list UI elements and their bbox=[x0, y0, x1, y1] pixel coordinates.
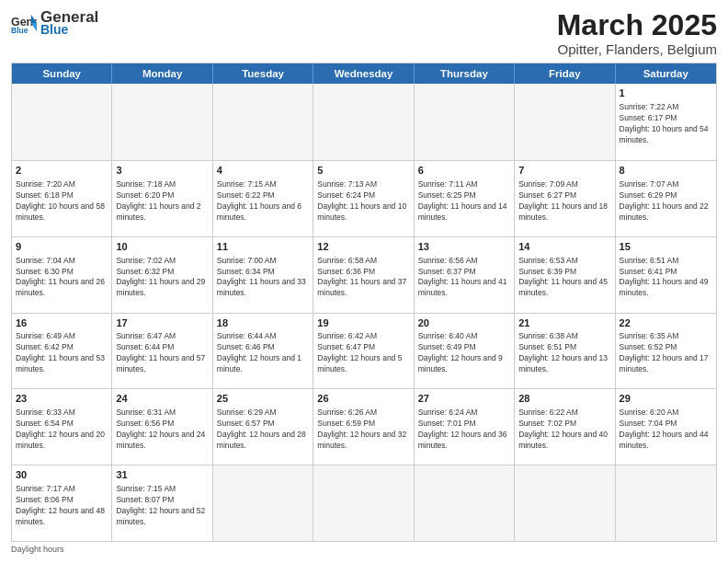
footer-note: Daylight hours bbox=[11, 545, 717, 554]
day-number: 12 bbox=[317, 240, 409, 254]
cell-info: Sunrise: 7:02 AM Sunset: 6:32 PM Dayligh… bbox=[116, 256, 208, 300]
empty-cell bbox=[515, 465, 615, 541]
day-number: 8 bbox=[620, 164, 712, 178]
day-number: 3 bbox=[116, 164, 208, 178]
day-number: 6 bbox=[418, 164, 510, 178]
cell-info: Sunrise: 6:53 AM Sunset: 6:39 PM Dayligh… bbox=[518, 256, 610, 300]
header-day-wednesday: Wednesday bbox=[313, 63, 414, 84]
cell-info: Sunrise: 6:49 AM Sunset: 6:42 PM Dayligh… bbox=[16, 331, 108, 375]
cell-info: Sunrise: 6:42 AM Sunset: 6:47 PM Dayligh… bbox=[317, 331, 409, 375]
header: General Blue General Blue March 2025 Opi… bbox=[11, 9, 717, 57]
day-cell-26: 26Sunrise: 6:26 AM Sunset: 6:59 PM Dayli… bbox=[313, 389, 414, 465]
day-cell-1: 1Sunrise: 7:22 AM Sunset: 6:17 PM Daylig… bbox=[616, 84, 716, 160]
day-cell-6: 6Sunrise: 7:11 AM Sunset: 6:25 PM Daylig… bbox=[415, 161, 515, 236]
day-number: 24 bbox=[116, 392, 208, 406]
title-block: March 2025 Opitter, Flanders, Belgium bbox=[557, 9, 717, 57]
day-cell-24: 24Sunrise: 6:31 AM Sunset: 6:56 PM Dayli… bbox=[112, 389, 212, 465]
day-cell-10: 10Sunrise: 7:02 AM Sunset: 6:32 PM Dayli… bbox=[112, 237, 212, 313]
day-cell-15: 15Sunrise: 6:51 AM Sunset: 6:41 PM Dayli… bbox=[616, 237, 716, 313]
cell-info: Sunrise: 6:31 AM Sunset: 6:56 PM Dayligh… bbox=[116, 408, 208, 452]
cell-info: Sunrise: 7:11 AM Sunset: 6:25 PM Dayligh… bbox=[418, 179, 510, 224]
cell-info: Sunrise: 7:20 AM Sunset: 6:18 PM Dayligh… bbox=[16, 179, 108, 224]
day-cell-11: 11Sunrise: 7:00 AM Sunset: 6:34 PM Dayli… bbox=[213, 237, 313, 313]
empty-cell bbox=[313, 465, 414, 541]
day-number: 23 bbox=[16, 392, 108, 406]
day-cell-22: 22Sunrise: 6:35 AM Sunset: 6:52 PM Dayli… bbox=[616, 314, 716, 389]
day-number: 11 bbox=[217, 240, 309, 254]
cell-info: Sunrise: 6:56 AM Sunset: 6:37 PM Dayligh… bbox=[418, 256, 510, 300]
day-cell-31: 31Sunrise: 7:15 AM Sunset: 8:07 PM Dayli… bbox=[112, 465, 212, 541]
cell-info: Sunrise: 6:44 AM Sunset: 6:46 PM Dayligh… bbox=[217, 331, 309, 375]
day-number: 20 bbox=[418, 316, 510, 330]
day-cell-8: 8Sunrise: 7:07 AM Sunset: 6:29 PM Daylig… bbox=[616, 161, 716, 236]
cell-info: Sunrise: 6:26 AM Sunset: 6:59 PM Dayligh… bbox=[317, 408, 409, 452]
day-number: 1 bbox=[620, 86, 712, 100]
empty-cell bbox=[112, 84, 212, 160]
day-number: 4 bbox=[217, 164, 309, 178]
svg-text:Blue: Blue bbox=[11, 25, 28, 32]
empty-cell bbox=[213, 84, 313, 160]
day-number: 26 bbox=[317, 392, 409, 406]
day-number: 10 bbox=[116, 240, 208, 254]
day-number: 21 bbox=[518, 316, 610, 330]
cell-info: Sunrise: 6:40 AM Sunset: 6:49 PM Dayligh… bbox=[418, 331, 510, 375]
calendar-row-4: 23Sunrise: 6:33 AM Sunset: 6:54 PM Dayli… bbox=[12, 388, 716, 465]
header-day-friday: Friday bbox=[515, 63, 615, 84]
day-number: 22 bbox=[620, 316, 712, 330]
empty-cell bbox=[12, 84, 112, 160]
cell-info: Sunrise: 7:09 AM Sunset: 6:27 PM Dayligh… bbox=[518, 179, 610, 224]
logo: General Blue General Blue bbox=[11, 9, 98, 36]
cell-info: Sunrise: 6:51 AM Sunset: 6:41 PM Dayligh… bbox=[620, 256, 712, 300]
day-cell-13: 13Sunrise: 6:56 AM Sunset: 6:37 PM Dayli… bbox=[415, 237, 515, 313]
day-cell-5: 5Sunrise: 7:13 AM Sunset: 6:24 PM Daylig… bbox=[313, 161, 414, 236]
day-number: 28 bbox=[518, 392, 610, 406]
cell-info: Sunrise: 7:13 AM Sunset: 6:24 PM Dayligh… bbox=[317, 179, 409, 224]
day-cell-16: 16Sunrise: 6:49 AM Sunset: 6:42 PM Dayli… bbox=[12, 314, 112, 389]
cell-info: Sunrise: 6:35 AM Sunset: 6:52 PM Dayligh… bbox=[620, 331, 712, 375]
cell-info: Sunrise: 6:47 AM Sunset: 6:44 PM Dayligh… bbox=[116, 331, 208, 375]
empty-cell bbox=[313, 84, 414, 160]
logo-blue: Blue bbox=[40, 23, 98, 36]
header-day-sunday: Sunday bbox=[12, 63, 112, 84]
month-title: March 2025 bbox=[557, 9, 717, 41]
empty-cell bbox=[213, 465, 313, 541]
day-cell-25: 25Sunrise: 6:29 AM Sunset: 6:57 PM Dayli… bbox=[213, 389, 313, 465]
day-number: 18 bbox=[217, 316, 309, 330]
empty-cell bbox=[415, 84, 515, 160]
cell-info: Sunrise: 6:24 AM Sunset: 7:01 PM Dayligh… bbox=[418, 408, 510, 452]
day-cell-7: 7Sunrise: 7:09 AM Sunset: 6:27 PM Daylig… bbox=[515, 161, 615, 236]
day-cell-14: 14Sunrise: 6:53 AM Sunset: 6:39 PM Dayli… bbox=[515, 237, 615, 313]
day-cell-3: 3Sunrise: 7:18 AM Sunset: 6:20 PM Daylig… bbox=[112, 161, 212, 236]
cell-info: Sunrise: 7:04 AM Sunset: 6:30 PM Dayligh… bbox=[16, 256, 108, 300]
cell-info: Sunrise: 6:33 AM Sunset: 6:54 PM Dayligh… bbox=[16, 408, 108, 452]
cell-info: Sunrise: 7:18 AM Sunset: 6:20 PM Dayligh… bbox=[116, 179, 208, 224]
empty-cell bbox=[415, 465, 515, 541]
calendar-row-5: 30Sunrise: 7:17 AM Sunset: 8:06 PM Dayli… bbox=[12, 465, 716, 541]
cell-info: Sunrise: 6:22 AM Sunset: 7:02 PM Dayligh… bbox=[518, 408, 610, 452]
calendar-header: SundayMondayTuesdayWednesdayThursdayFrid… bbox=[12, 63, 716, 84]
day-number: 16 bbox=[16, 316, 108, 330]
cell-info: Sunrise: 7:15 AM Sunset: 8:07 PM Dayligh… bbox=[116, 484, 208, 528]
cell-info: Sunrise: 7:22 AM Sunset: 6:17 PM Dayligh… bbox=[620, 102, 712, 146]
day-number: 27 bbox=[418, 392, 510, 406]
day-number: 15 bbox=[620, 240, 712, 254]
day-cell-12: 12Sunrise: 6:58 AM Sunset: 6:36 PM Dayli… bbox=[313, 237, 414, 313]
cell-info: Sunrise: 6:58 AM Sunset: 6:36 PM Dayligh… bbox=[317, 256, 409, 300]
day-cell-21: 21Sunrise: 6:38 AM Sunset: 6:51 PM Dayli… bbox=[515, 314, 615, 389]
day-number: 17 bbox=[116, 316, 208, 330]
cell-info: Sunrise: 6:29 AM Sunset: 6:57 PM Dayligh… bbox=[217, 408, 309, 452]
header-day-monday: Monday bbox=[112, 63, 212, 84]
day-cell-20: 20Sunrise: 6:40 AM Sunset: 6:49 PM Dayli… bbox=[415, 314, 515, 389]
day-number: 7 bbox=[518, 164, 610, 178]
day-cell-17: 17Sunrise: 6:47 AM Sunset: 6:44 PM Dayli… bbox=[112, 314, 212, 389]
day-number: 2 bbox=[16, 164, 108, 178]
calendar: SundayMondayTuesdayWednesdayThursdayFrid… bbox=[11, 63, 717, 542]
day-number: 31 bbox=[116, 468, 208, 482]
cell-info: Sunrise: 7:07 AM Sunset: 6:29 PM Dayligh… bbox=[620, 179, 712, 224]
location-title: Opitter, Flanders, Belgium bbox=[557, 41, 717, 57]
day-cell-19: 19Sunrise: 6:42 AM Sunset: 6:47 PM Dayli… bbox=[313, 314, 414, 389]
day-number: 5 bbox=[317, 164, 409, 178]
day-cell-27: 27Sunrise: 6:24 AM Sunset: 7:01 PM Dayli… bbox=[415, 389, 515, 465]
day-cell-30: 30Sunrise: 7:17 AM Sunset: 8:06 PM Dayli… bbox=[12, 465, 112, 541]
day-cell-29: 29Sunrise: 6:20 AM Sunset: 7:04 PM Dayli… bbox=[616, 389, 716, 465]
